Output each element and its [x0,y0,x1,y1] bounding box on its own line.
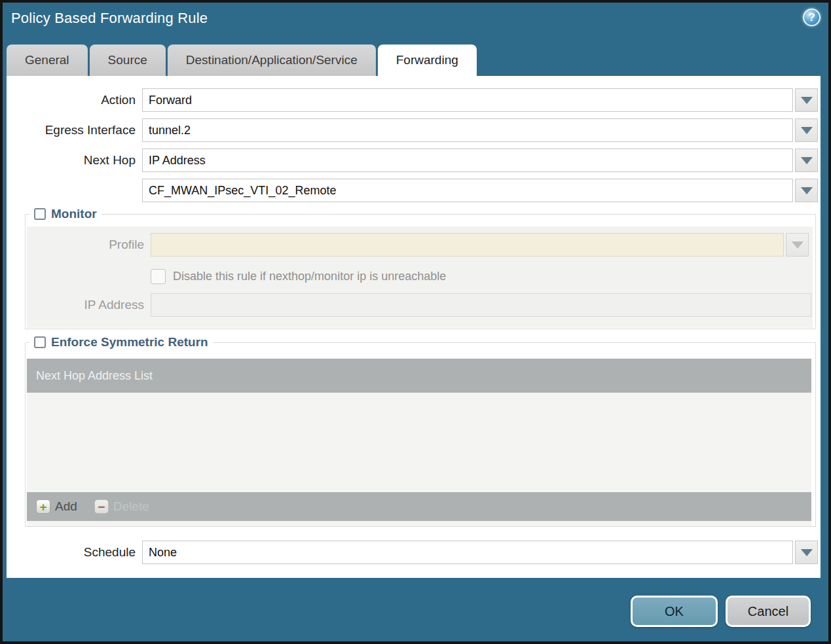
action-dropdown-button[interactable] [795,88,818,112]
schedule-row: Schedule None [7,541,818,564]
next-hop-type-select[interactable]: IP Address [142,149,793,172]
chevron-down-icon [801,127,813,134]
schedule-dropdown-button[interactable] [795,541,818,564]
monitor-checkbox[interactable] [34,208,46,220]
schedule-label: Schedule [7,545,136,560]
next-hop-label: Next Hop [7,153,136,168]
tab-destination-application-service[interactable]: Destination/Application/Service [168,45,376,76]
table-footer: + Add − Delete [27,492,811,521]
tab-bar: General Source Destination/Application/S… [7,45,477,76]
monitor-ip-label: IP Address [27,298,144,312]
monitor-ip-row: IP Address [27,293,811,317]
chevron-down-icon [801,187,813,194]
monitor-legend: Monitor [29,207,102,221]
egress-interface-row: Egress Interface tunnel.2 [7,118,818,142]
ok-button[interactable]: OK [631,596,718,627]
profile-label: Profile [27,238,144,252]
minus-icon: − [94,499,109,514]
disable-rule-checkbox [151,269,166,284]
delete-button-label: Delete [113,499,149,514]
next-hop-address-dropdown-button[interactable] [795,179,818,202]
action-label: Action [7,93,136,107]
symmetric-return-legend: Enforce Symmetric Return [29,335,213,349]
add-button-label: Add [55,499,77,514]
tab-general[interactable]: General [7,45,88,76]
schedule-select[interactable]: None [142,541,793,564]
policy-forwarding-dialog: Policy Based Forwarding Rule ? General S… [0,0,831,644]
tab-content-panel: Action Forward Egress Interface tunnel.2… [7,76,821,578]
symmetric-return-title: Enforce Symmetric Return [51,335,208,349]
help-icon[interactable]: ? [803,9,821,26]
monitor-title: Monitor [51,207,97,221]
chevron-down-icon [792,241,803,249]
add-button[interactable]: + Add [36,499,77,514]
egress-interface-select[interactable]: tunnel.2 [142,118,793,142]
chevron-down-icon [801,97,813,104]
profile-dropdown-button [786,233,809,257]
tab-source[interactable]: Source [90,45,166,76]
disable-rule-label: Disable this rule if nexthop/monitor ip … [173,270,446,283]
next-hop-row: Next Hop IP Address [7,149,818,172]
monitor-ip-input [151,293,811,317]
next-hop-address-row: CF_MWAN_IPsec_VTI_02_Remote [7,179,818,202]
monitor-panel: Profile Disable this rule if nexthop/mon… [27,226,813,328]
table-body-empty[interactable] [27,393,811,492]
next-hop-address-list-table: Next Hop Address List + Add − Delete [27,359,811,526]
monitor-section: Monitor Profile Disable this rule if nex… [25,214,816,329]
table-bottom-strip [27,521,811,526]
egress-interface-dropdown-button[interactable] [795,118,818,142]
chevron-down-icon [801,157,813,164]
profile-row: Profile [27,233,809,257]
cancel-button[interactable]: Cancel [726,596,811,627]
table-header: Next Hop Address List [27,359,811,393]
next-hop-dropdown-button[interactable] [795,149,818,172]
action-select[interactable]: Forward [142,88,793,112]
tab-forwarding[interactable]: Forwarding [378,45,477,76]
delete-button: − Delete [94,499,149,514]
disable-rule-row: Disable this rule if nexthop/monitor ip … [151,264,446,288]
action-row: Action Forward [7,88,818,112]
egress-interface-label: Egress Interface [7,123,136,137]
next-hop-address-select[interactable]: CF_MWAN_IPsec_VTI_02_Remote [142,179,793,202]
chevron-down-icon [801,549,813,556]
symmetric-return-section: Enforce Symmetric Return Next Hop Addres… [25,342,816,527]
dialog-title: Policy Based Forwarding Rule [11,10,208,27]
plus-icon: + [36,499,50,514]
profile-select [151,233,784,257]
symmetric-return-checkbox[interactable] [34,336,46,348]
